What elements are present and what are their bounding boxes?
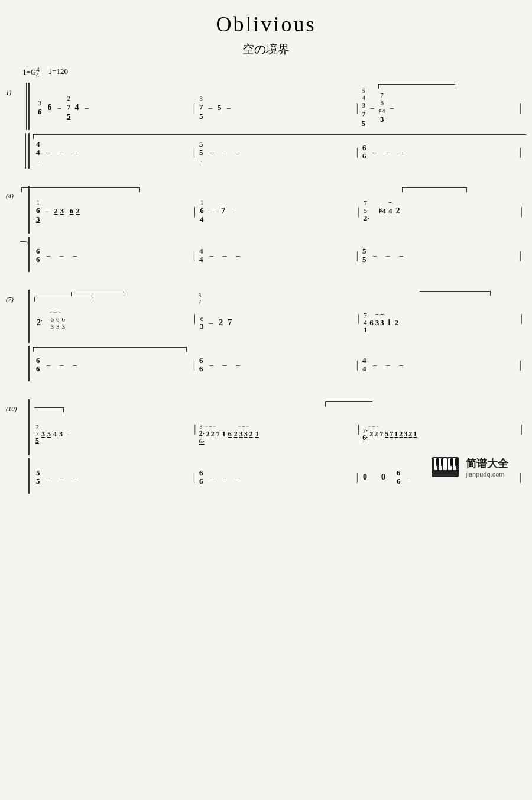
bracket-m10-2	[325, 401, 372, 406]
watermark-text-block: 简谱大全 jianpudq.com	[466, 456, 508, 478]
chord-7-3: 7 4 1	[364, 312, 368, 334]
bracket-m7-3	[420, 291, 491, 296]
chord-4-1: 1 6 3	[36, 199, 40, 224]
svg-rect-9	[455, 458, 458, 466]
treble-staff-10-content: 2 7 5 3 5 4 3 – |	[28, 399, 526, 455]
meas-1-3: 5 4 3 7 5 – 7 6 ♯4 3	[361, 88, 517, 128]
bpm: ♩=120	[48, 67, 68, 76]
system-4: (4) 1 6 3 – 2	[18, 186, 526, 272]
meas-7-2: 3 7 6 3 – 2 7	[198, 306, 355, 332]
bass-meas-10-1: 5 5 – – –	[34, 469, 190, 486]
barline-2: |	[356, 102, 358, 114]
barline-end-1: |	[519, 102, 521, 114]
bass-chord-4-1: 6 6	[36, 247, 40, 264]
chord-2: 2 7 5	[67, 95, 71, 121]
system-1-label: 1)	[6, 89, 11, 96]
bass-chord-2: 5 5 ·	[199, 140, 203, 164]
note-6-m1: 6	[48, 103, 52, 112]
bass-chord-10-2: 6 6	[199, 469, 203, 486]
bass-chord-7-3: 4 4	[362, 357, 366, 374]
note-4-m1: 4	[75, 103, 79, 112]
chord-6: 7 6 ♯4 3	[379, 92, 385, 124]
meas-4-1: 1 6 3 – 2 3 6 2	[34, 199, 192, 224]
bass-meas-10-2: 6 6 – – –	[197, 469, 353, 486]
watermark-url: jianpudq.com	[466, 471, 508, 478]
chord-10-2: 3· 2· 6·	[199, 423, 205, 445]
dash-3: –	[209, 103, 213, 112]
chord-4: 5	[218, 103, 222, 112]
treble-staff-7: 2· 6 3 6 3	[18, 290, 526, 343]
chord-1: 3 6	[38, 99, 42, 116]
title-section: Oblivious 空の境界	[18, 6, 514, 57]
svg-rect-3	[443, 458, 447, 470]
meas-7-3: 7 4 1 6 3 3	[362, 302, 520, 334]
treble-staff-10: 2 7 5 3 5 4 3 – |	[18, 399, 526, 455]
system-10-label: (10)	[6, 405, 17, 412]
chord-4-3: 7· 5· 2·	[364, 199, 369, 223]
chord-3: 3 7 5	[199, 95, 203, 121]
system-7: (7) 2·	[18, 290, 526, 381]
tie-arc-10	[34, 407, 64, 412]
bracket-m4-3	[402, 187, 467, 192]
bass-chord-10-1: 5 5	[36, 469, 40, 486]
bass-meas-1: 4 4 · – – –	[34, 140, 190, 164]
bass-staff-4: 6 6 – – – | 4 4 – –	[18, 237, 526, 272]
bass-staff-1-content: 4 4 · – – – | 5 5 ·	[28, 133, 526, 169]
dash-4: –	[227, 103, 231, 112]
bass-meas-4-1: 6 6 – – –	[34, 247, 190, 264]
brace-1	[18, 83, 28, 130]
chord-4-2: 1 6 4	[200, 199, 204, 224]
chord-10-1: 2 7 5	[35, 424, 39, 445]
meas-7-1: 2· 6 3 6 3	[34, 306, 192, 330]
bass-meas-7-2: 6 6 – – –	[197, 357, 353, 374]
chord-5: 5 4 3 7 5	[362, 88, 366, 128]
dash-1: –	[58, 103, 62, 112]
bracket-m7-1	[34, 297, 93, 302]
bass-staff-4-content: 6 6 – – – | 4 4 – –	[28, 237, 526, 272]
meas-10-2: 3· 2· 6· 2 2 7	[198, 413, 356, 445]
meas-10-3: 7· 6· 2 2 7 5 7	[361, 416, 519, 442]
score-page: 1=G44 ♩=120 1)	[18, 63, 526, 494]
system-4-label: (4)	[6, 192, 14, 199]
meas-1-2: 3 7 5 – 5 –	[197, 95, 353, 121]
bass-chord-1: 4 4 ·	[36, 140, 40, 164]
meas-4-2: 1 6 4 – 7 –	[198, 199, 355, 224]
dash-5: –	[371, 103, 375, 112]
svg-rect-6	[436, 458, 439, 466]
bass-staff-7-content: 6 6 – – – | 6 6 – –	[28, 346, 526, 381]
bass-chord-7-2: 6 6	[199, 357, 203, 374]
main-title: Oblivious	[18, 12, 514, 37]
bass-chord-10-3: 6 6	[397, 469, 401, 486]
bass-staff-1: 4 4 · – – – | 5 5 ·	[18, 133, 526, 169]
dash-2: –	[85, 103, 89, 112]
meas-10-1: 2 7 5 3 5 4 3 –	[34, 413, 192, 445]
bass-chord-7-1: 6 6	[36, 357, 40, 374]
bass-meas-3: 6 6 – – –	[361, 144, 517, 161]
meas-1-1: 3 6 6 – 2 7 5 4 –	[34, 95, 190, 121]
bass-meas-2: 5 5 · – – –	[197, 140, 353, 164]
tempo-line: 1=G44 ♩=120	[18, 63, 526, 83]
watermark-site: 简谱大全	[466, 456, 508, 471]
subtitle: 空の境界	[18, 41, 514, 57]
bass-staff-7: 6 6 – – – | 6 6 – –	[18, 346, 526, 381]
treble-staff-1: 3 6 6 – 2 7 5 4 –	[18, 83, 526, 130]
bass-meas-4-2: 4 4 – – –	[197, 247, 353, 264]
bass-bracket-7	[33, 347, 187, 352]
bass-chord-3: 6 6	[362, 144, 366, 161]
barline-1: |	[193, 102, 195, 114]
page: Oblivious 空の境界 1=G44 ♩=120 1)	[0, 0, 532, 800]
watermark: 简谱大全 jianpudq.com	[430, 452, 508, 482]
bass-meas-7-1: 6 6 – – –	[34, 357, 190, 374]
chord-7-2: 6 3	[200, 315, 204, 332]
key-sig: 1=G44	[22, 66, 39, 78]
bass-chord-4-2: 4 4	[199, 247, 203, 264]
chord-10-3: 7· 6·	[362, 427, 368, 442]
treble-staff-4: 1 6 3 – 2 3 6 2 |	[18, 186, 526, 234]
meas-4-3: 7· 5· 2· ♯4 4 2	[362, 199, 520, 223]
bass-meas-4-3: 5 5 – – –	[361, 247, 517, 264]
svg-rect-7	[441, 458, 443, 466]
bracket-m7-top	[71, 292, 124, 296]
bass-bracket-1	[33, 134, 526, 139]
treble-staff-1-content: 3 6 6 – 2 7 5 4 –	[28, 83, 526, 130]
treble-staff-4-content: 1 6 3 – 2 3 6 2 |	[28, 186, 526, 234]
